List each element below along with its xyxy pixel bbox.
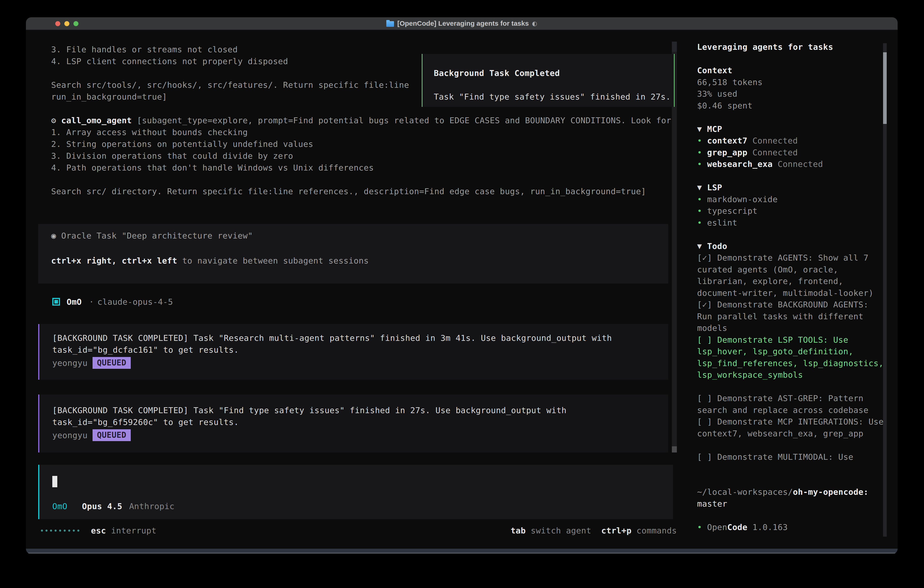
keyboard-hints: tab switch agent ctrl+p commands	[511, 525, 677, 537]
lsp-item: •markdown-oxide	[697, 193, 898, 205]
todo-item-pending: [ ] Demonstrate MULTIMODAL: Use	[697, 451, 884, 463]
chat-transcript[interactable]: 3. File handles or streams not closed 4.…	[26, 30, 691, 549]
todo-item-done: [✓] Demonstrate AGENTS: Show all 7 curat…	[697, 252, 884, 299]
gear-icon: ⚙	[51, 116, 61, 125]
message-author: yeongyu	[52, 431, 87, 440]
tab-key: tab	[511, 526, 526, 535]
session-title: Leveraging agents for tasks	[697, 41, 884, 53]
bullet-icon: •	[697, 147, 702, 159]
lsp-item: •eslint	[697, 217, 898, 229]
minimize-button[interactable]	[64, 21, 69, 26]
hint-keys: ctrl+x right, ctrl+x left	[51, 256, 177, 265]
context-heading: Context	[697, 64, 884, 76]
title-bar[interactable]: [OpenCode] Leveraging agents for tasks ◐	[26, 17, 898, 30]
main-scrollbar-thumb-top[interactable]	[672, 41, 677, 52]
input-agent-info: OmO Opus 4.5 Anthropic	[52, 500, 175, 512]
traffic-lights	[55, 17, 78, 30]
terminal-window: [OpenCode] Leveraging agents for tasks ◐…	[26, 17, 898, 554]
context-spent: $0.46 spent	[697, 100, 884, 112]
folder-icon	[386, 21, 394, 27]
lsp-item: •typescript	[697, 205, 898, 217]
notification-toast[interactable]: Background Task Completed Task "Find typ…	[422, 54, 675, 107]
todo-item-pending: [ ] Demonstrate AST-GREP: Pattern search…	[697, 393, 884, 416]
transcript-line: Search src/tools/, src/hooks/, src/featu…	[51, 79, 409, 91]
window-title-group: [OpenCode] Leveraging agents for tasks ◐	[26, 20, 898, 27]
todo-section-header[interactable]: ▼Todo	[697, 240, 898, 252]
bullet-icon: •	[697, 193, 702, 205]
terminal-body: 3. File handles or streams not closed 4.…	[26, 30, 898, 549]
message-meta: yeongyu QUEUED	[52, 357, 668, 369]
tool-call-closing: Search src/ directory. Return specific f…	[51, 185, 671, 197]
message-meta: yeongyu QUEUED	[52, 429, 668, 441]
chevron-down-icon: ▼	[697, 182, 702, 193]
background-task-message: [BACKGROUND TASK COMPLETED] Task "Resear…	[38, 324, 668, 380]
ctrl-p-label: commands	[637, 526, 677, 535]
tool-call-line	[51, 174, 671, 185]
mcp-item: •websearch_exaConnected	[697, 158, 898, 170]
context-used: 33% used	[697, 88, 884, 100]
ctrl-p-key: ctrl+p	[601, 526, 632, 535]
tool-name: call_omo_agent	[61, 116, 132, 125]
tool-call-line: 4. Path operations that don't handle Win…	[51, 162, 671, 174]
todo-item-done: [✓] Demonstrate BACKGROUND AGENTS: Run p…	[697, 299, 884, 334]
notification-title: Background Task Completed	[434, 67, 674, 79]
interrupt-hint: esc interrupt	[91, 525, 157, 537]
input-agent-name: OmO	[52, 502, 68, 511]
opencode-version: •OpenCode 1.0.163	[697, 521, 898, 533]
lsp-section-header[interactable]: ▼LSP	[697, 182, 898, 193]
status-badge: QUEUED	[92, 429, 130, 441]
todo-item-pending: [ ] Demonstrate MCP INTEGRATIONS: Use co…	[697, 416, 884, 439]
status-badge: QUEUED	[92, 357, 130, 369]
mcp-section-header[interactable]: ▼MCP	[697, 123, 898, 135]
tab-label: switch agent	[531, 526, 591, 535]
tool-call-block: ⚙ call_omo_agent [subagent_type=explore,…	[51, 115, 671, 197]
input-provider: Anthropic	[129, 502, 175, 511]
chevron-down-icon: ▼	[697, 240, 702, 252]
agent-model: claude-opus-4-5	[97, 297, 173, 307]
oracle-task-panel: ◉ Oracle Task "Deep architecture review"…	[38, 224, 668, 284]
message-line: task_id="bg_6f59260c" to get results.	[52, 416, 668, 428]
message-line: [BACKGROUND TASK COMPLETED] Task "Find t…	[52, 405, 668, 416]
context-tokens: 66,518 tokens	[697, 76, 884, 88]
hint-text: to navigate between subagent sessions	[177, 256, 369, 265]
agent-name: OmO	[67, 297, 82, 307]
todo-item-active: [ ] Demonstrate LSP TOOLS: Use lsp_hover…	[697, 334, 884, 381]
close-button[interactable]	[55, 21, 60, 26]
zoom-button[interactable]	[73, 21, 78, 26]
chevron-down-icon: ▼	[697, 123, 702, 135]
status-bar: esc interrupt tab switch agent ctrl+p co…	[26, 525, 691, 537]
agent-session-header[interactable]: OmO · claude-opus-4-5	[52, 296, 173, 308]
tool-call-line: 2. String operations on potentially unde…	[51, 138, 671, 150]
agent-checkbox-icon	[52, 298, 60, 306]
mcp-item: •context7Connected	[697, 135, 898, 147]
message-line: task_id="bg_dcfac161" to get results.	[52, 344, 668, 356]
window-bottom-strip	[26, 549, 898, 553]
oracle-navigation-hint: ctrl+x right, ctrl+x left to navigate be…	[51, 255, 369, 267]
fisheye-icon: ◉	[51, 231, 61, 240]
main-scrollbar-thumb[interactable]	[672, 446, 677, 453]
tool-args: [subagent_type=explore, prompt=Find pote…	[132, 116, 672, 125]
separator-dot: ·	[89, 297, 94, 307]
session-sidebar: Leveraging agents for tasks Context 66,5…	[691, 30, 898, 549]
bullet-icon: •	[697, 158, 702, 170]
prompt-input[interactable]: OmO Opus 4.5 Anthropic	[38, 465, 673, 519]
message-line: [BACKGROUND TASK COMPLETED] Task "Resear…	[52, 332, 668, 344]
transcript-top-text: 3. File handles or streams not closed 4.…	[51, 44, 409, 103]
tool-call-line: 1. Array access without bounds checking	[51, 126, 671, 138]
mcp-item: •grep_appConnected	[697, 147, 898, 159]
transcript-line: 4. LSP client connections not properly d…	[51, 56, 409, 67]
transcript-line: 3. File handles or streams not closed	[51, 44, 409, 56]
bullet-icon: •	[697, 521, 702, 533]
esc-label: interrupt	[111, 526, 157, 535]
transcript-line	[51, 67, 409, 79]
input-model: Opus 4.5	[82, 502, 122, 511]
notification-message: Task "Find type safety issues" finished …	[434, 91, 674, 103]
background-task-message: [BACKGROUND TASK COMPLETED] Task "Find t…	[38, 395, 668, 453]
workspace-path: ~/local-workspaces/oh-my-opencode: maste…	[697, 486, 884, 510]
progress-moon-icon: ◐	[532, 20, 537, 27]
sidebar-scrollbar-thumb[interactable]	[883, 52, 887, 124]
window-title: [OpenCode] Leveraging agents for tasks	[397, 20, 529, 27]
spinner-dots	[41, 525, 79, 537]
tool-call-line: 3. Division operations that could divide…	[51, 150, 671, 162]
bullet-icon: •	[697, 205, 702, 217]
